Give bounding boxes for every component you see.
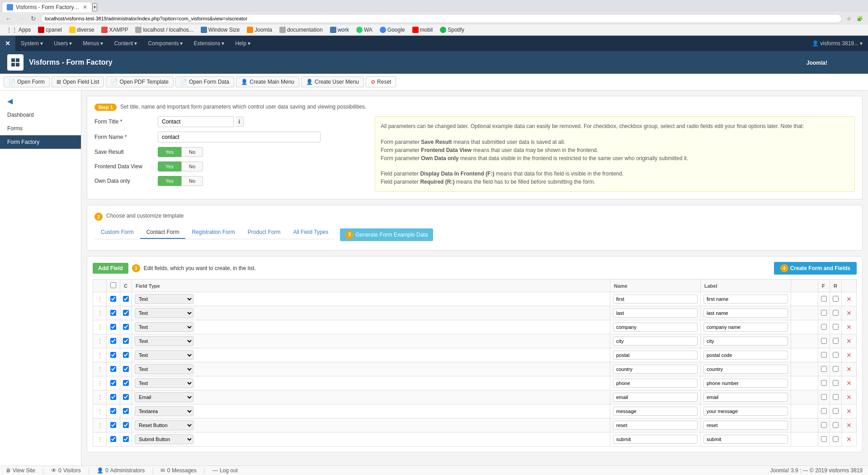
row-c-checkbox[interactable] [123, 324, 129, 330]
frontend-data-yes[interactable]: Yes [158, 162, 181, 171]
bookmark-diverse[interactable]: diverse [66, 26, 97, 34]
label-input[interactable] [703, 407, 788, 416]
bookmark-wa[interactable]: WA [354, 26, 375, 34]
delete-row-button[interactable]: ✕ [844, 422, 854, 429]
drag-handle[interactable]: ⋮ [93, 348, 107, 362]
f-checkbox[interactable] [821, 436, 827, 442]
form-title-input[interactable] [158, 116, 234, 127]
row-checkbox[interactable] [110, 352, 116, 358]
row-c-checkbox[interactable] [123, 436, 129, 442]
delete-row-button[interactable]: ✕ [844, 394, 854, 401]
field-type-select[interactable]: Text Email Textarea Reset Button Submit … [135, 294, 193, 304]
label-input[interactable] [703, 351, 788, 360]
tab-contact-form[interactable]: Contact Form [140, 226, 186, 239]
create-main-menu-button[interactable]: 👤 Create Main Menu [236, 76, 299, 87]
row-checkbox[interactable] [110, 324, 116, 330]
save-result-yes[interactable]: Yes [158, 147, 181, 157]
reset-button[interactable]: ⊘ Reset [366, 76, 396, 87]
field-type-select[interactable]: Text Email Textarea Reset Button Submit … [135, 434, 193, 444]
tab-registration-form[interactable]: Registration Form [185, 226, 241, 239]
drag-handle[interactable]: ⋮ [93, 418, 107, 432]
r-checkbox[interactable] [833, 310, 839, 316]
new-tab-button[interactable]: + [92, 3, 97, 11]
f-checkbox[interactable] [821, 310, 827, 316]
open-form-data-button[interactable]: 📄 Open Form Data [175, 76, 234, 87]
f-checkbox[interactable] [821, 380, 827, 386]
r-checkbox[interactable] [833, 296, 839, 302]
f-checkbox[interactable] [821, 296, 827, 302]
r-checkbox[interactable] [833, 422, 839, 428]
delete-row-button[interactable]: ✕ [844, 380, 854, 387]
delete-row-button[interactable]: ✕ [844, 295, 854, 303]
forward-button[interactable]: → [16, 14, 26, 23]
field-type-select[interactable]: Text Email Textarea Reset Button Submit … [135, 322, 193, 332]
generate-form-button[interactable]: 3 Generate Form Example Data [340, 228, 433, 241]
delete-row-button[interactable]: ✕ [844, 309, 854, 317]
row-checkbox[interactable] [110, 296, 116, 302]
row-c-checkbox[interactable] [123, 394, 129, 400]
drag-handle[interactable]: ⋮ [93, 334, 107, 348]
tab-all-field-types[interactable]: All Field Types [287, 226, 335, 239]
name-input[interactable] [613, 435, 698, 444]
row-checkbox[interactable] [110, 366, 116, 372]
label-input[interactable] [703, 323, 788, 332]
field-type-select[interactable]: Text Email Textarea Reset Button Submit … [135, 406, 193, 416]
bookmark-cpanel[interactable]: cpanel [35, 26, 64, 34]
bookmark-localhost[interactable]: localhost / localhos... [132, 26, 196, 34]
nav-content[interactable]: Content ▾ [108, 36, 142, 51]
field-type-select[interactable]: Text Email Textarea Reset Button Submit … [135, 364, 193, 374]
own-data-yes[interactable]: Yes [158, 176, 181, 186]
field-type-select[interactable]: Text Email Textarea Reset Button Submit … [135, 392, 193, 402]
bookmark-google[interactable]: Google [377, 26, 408, 34]
row-c-checkbox[interactable] [123, 422, 129, 428]
name-input[interactable] [613, 337, 698, 346]
name-input[interactable] [613, 309, 698, 318]
create-form-button[interactable]: 4 Create Form and Fields [774, 262, 857, 275]
row-checkbox[interactable] [110, 408, 116, 414]
label-input[interactable] [703, 435, 788, 444]
delete-row-button[interactable]: ✕ [844, 337, 854, 345]
drag-handle[interactable]: ⋮ [93, 306, 107, 320]
sidebar-item-form-factory[interactable]: Form Factory [0, 135, 81, 149]
delete-row-button[interactable]: ✕ [844, 366, 854, 373]
drag-handle[interactable]: ⋮ [93, 362, 107, 376]
row-checkbox[interactable] [110, 380, 116, 386]
drag-handle[interactable]: ⋮ [93, 390, 107, 404]
f-checkbox[interactable] [821, 352, 827, 358]
row-checkbox[interactable] [110, 394, 116, 400]
delete-row-button[interactable]: ✕ [844, 408, 854, 415]
name-input[interactable] [613, 421, 698, 430]
tab-product-form[interactable]: Product Form [241, 226, 287, 239]
frontend-data-no[interactable]: No [181, 162, 203, 171]
r-checkbox[interactable] [833, 366, 839, 372]
own-data-no[interactable]: No [181, 176, 203, 186]
label-input[interactable] [703, 379, 788, 388]
bookmark-spotify[interactable]: Spotify [437, 26, 467, 34]
field-type-select[interactable]: Text Email Textarea Reset Button Submit … [135, 350, 193, 360]
sidebar-item-forms[interactable]: Forms [0, 122, 81, 135]
expand-icon[interactable]: ◀ [7, 97, 13, 105]
bookmark-mobil[interactable]: mobil [410, 26, 436, 34]
extension-icon[interactable]: 🧩 [855, 14, 864, 23]
row-c-checkbox[interactable] [123, 408, 129, 414]
user-account-button[interactable]: 👤 visforms 3819... ▾ [807, 36, 868, 51]
nav-users[interactable]: Users ▾ [48, 36, 77, 51]
label-input[interactable] [703, 393, 788, 402]
nav-extensions[interactable]: Extensions ▾ [188, 36, 230, 51]
browser-tab-active[interactable]: Visforms - Form Factory - visfor... ✕ [2, 2, 92, 12]
reload-button[interactable]: ↻ [29, 14, 38, 23]
tab-custom-form[interactable]: Custom Form [94, 226, 140, 239]
drag-handle[interactable]: ⋮ [93, 292, 107, 306]
delete-row-button[interactable]: ✕ [844, 323, 854, 331]
name-input[interactable] [613, 407, 698, 416]
r-checkbox[interactable] [833, 408, 839, 414]
view-site-button[interactable]: 🖥 View Site [5, 467, 35, 474]
row-checkbox[interactable] [110, 338, 116, 344]
delete-row-button[interactable]: ✕ [844, 436, 854, 443]
row-c-checkbox[interactable] [123, 366, 129, 372]
name-input[interactable] [613, 351, 698, 360]
r-checkbox[interactable] [833, 338, 839, 344]
bookmark-window-size[interactable]: Window Size [198, 26, 242, 34]
messages-status[interactable]: ✉ 0 Messages [160, 467, 196, 474]
select-all-checkbox[interactable] [110, 282, 116, 288]
